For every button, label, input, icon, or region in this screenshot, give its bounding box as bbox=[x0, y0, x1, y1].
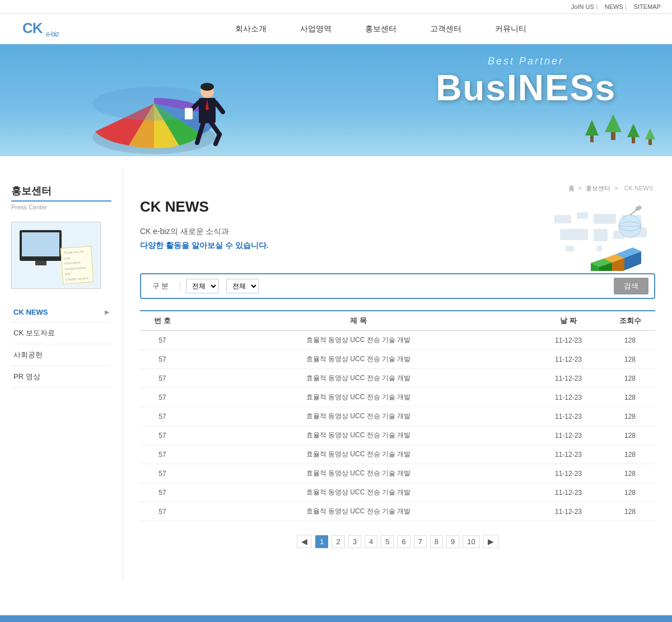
cell-date: 11-12-23 bbox=[532, 445, 605, 464]
nav-press[interactable]: 홍보센터 bbox=[365, 24, 396, 34]
search-button[interactable]: 검색 bbox=[614, 278, 648, 294]
table-row[interactable]: 57 효율적 동영상 UCC 전승 기술 개발 11-12-23 128 bbox=[140, 426, 655, 445]
sidebar-item-pr[interactable]: PR 영상 bbox=[11, 366, 111, 388]
svg-rect-6 bbox=[185, 108, 193, 119]
cell-views: 128 bbox=[605, 369, 655, 388]
cell-title: 효율적 동영상 UCC 전승 기술 개발 bbox=[185, 350, 532, 369]
news-table: 번 호 제 목 날 짜 조회수 57 효율적 동영상 UCC 전승 기술 개발 … bbox=[140, 310, 655, 521]
search-bar: 구 분 전체 공지 일반 전체 검색 bbox=[140, 273, 655, 299]
cell-views: 128 bbox=[605, 426, 655, 445]
table-row[interactable]: 57 효율적 동영상 UCC 전승 기술 개발 11-12-23 128 bbox=[140, 369, 655, 388]
search-input[interactable] bbox=[267, 280, 608, 293]
nav-company[interactable]: 회사소개 bbox=[235, 24, 267, 34]
table-row[interactable]: 57 효율적 동영상 UCC 전승 기술 개발 11-12-23 128 bbox=[140, 483, 655, 502]
svg-rect-19 bbox=[648, 139, 652, 145]
pagination-page-9[interactable]: 9 bbox=[446, 535, 459, 548]
search-select-1[interactable]: 전체 공지 일반 bbox=[186, 279, 218, 293]
svg-line-10 bbox=[216, 134, 220, 144]
pagination-prev[interactable]: ◀ bbox=[297, 535, 312, 548]
breadcrumb: 홈 > 홍보센터 > CK NEWS bbox=[140, 184, 655, 193]
sidebar-item-social[interactable]: 사회공헌 bbox=[11, 344, 111, 366]
hero-banner: Best Partner BusINESs bbox=[0, 44, 672, 156]
cell-views: 128 bbox=[605, 388, 655, 407]
pagination-page-3[interactable]: 3 bbox=[348, 535, 361, 548]
breadcrumb-home[interactable]: 홈 bbox=[568, 185, 575, 191]
table-row[interactable]: 57 효율적 동영상 UCC 전승 기술 개발 11-12-23 128 bbox=[140, 445, 655, 464]
svg-rect-30 bbox=[596, 246, 602, 251]
cell-no: 57 bbox=[140, 407, 185, 426]
table-row[interactable]: 57 효율적 동영상 UCC 전승 기술 개발 11-12-23 128 bbox=[140, 407, 655, 426]
top-bar: JoIN US | NEWS | SITEMAP bbox=[0, 0, 672, 14]
breadcrumb-sep1: > bbox=[578, 185, 582, 191]
cell-title: 효율적 동영상 UCC 전승 기술 개발 bbox=[185, 426, 532, 445]
sidebar-item-press[interactable]: CK 보도자료 bbox=[11, 322, 111, 344]
table-row[interactable]: 57 효율적 동영상 UCC 전승 기술 개발 11-12-23 128 bbox=[140, 388, 655, 407]
cell-title: 효율적 동영상 UCC 전승 기술 개발 bbox=[185, 445, 532, 464]
cell-views: 128 bbox=[605, 502, 655, 521]
cell-title: 효율적 동영상 UCC 전승 기술 개발 bbox=[185, 331, 532, 350]
sitemap-link[interactable]: SITEMAP bbox=[634, 3, 661, 10]
sidebar-subtitle: Press Center bbox=[11, 204, 111, 211]
search-select-2[interactable]: 전체 bbox=[226, 279, 259, 293]
svg-marker-12 bbox=[585, 120, 599, 135]
title-row: CK NEWS CK e-biz의 새로운 소식과 다양한 활동을 알아보실 수… bbox=[140, 198, 655, 273]
nav-business[interactable]: 사업영역 bbox=[300, 24, 332, 34]
pagination-next[interactable]: ▶ bbox=[483, 535, 498, 548]
table-row[interactable]: 57 효율적 동영상 UCC 전승 기술 개발 11-12-23 128 bbox=[140, 464, 655, 483]
svg-marker-18 bbox=[645, 128, 655, 139]
logo-ck: CK bbox=[22, 20, 43, 36]
cell-views: 128 bbox=[605, 464, 655, 483]
pagination-page-8[interactable]: 8 bbox=[430, 535, 443, 548]
trees-decoration bbox=[585, 114, 655, 151]
pagination-page-4[interactable]: 4 bbox=[365, 535, 377, 548]
table-row[interactable]: 57 효율적 동영상 UCC 전승 기술 개발 11-12-23 128 bbox=[140, 502, 655, 521]
sidebar-nav: CK NEWS ▶ CK 보도자료 사회공헌 PR 영상 bbox=[11, 302, 111, 388]
white-gap bbox=[0, 156, 672, 167]
nav-community[interactable]: 커뮤니티 bbox=[495, 24, 526, 34]
cell-title: 효율적 동영상 UCC 전승 기술 개발 bbox=[185, 388, 532, 407]
table-row[interactable]: 57 효율적 동영상 UCC 전승 기술 개발 11-12-23 128 bbox=[140, 350, 655, 369]
cell-views: 128 bbox=[605, 483, 655, 502]
logo: CK e-biz bbox=[22, 20, 112, 38]
cell-no: 57 bbox=[140, 502, 185, 521]
pagination-page-6[interactable]: 6 bbox=[397, 535, 410, 548]
pagination-page-2[interactable]: 2 bbox=[332, 535, 344, 548]
cell-views: 128 bbox=[605, 331, 655, 350]
cell-title: 효율적 동영상 UCC 전승 기술 개발 bbox=[185, 483, 532, 502]
person-figure bbox=[185, 81, 230, 156]
pagination-page-1[interactable]: 1 bbox=[315, 535, 328, 548]
main-content: 홈 > 홍보센터 > CK NEWS CK NEWS CK e-biz의 새로운… bbox=[123, 167, 672, 582]
svg-rect-23 bbox=[594, 214, 616, 224]
content-area: 홍보센터 Press Center Thank you for yourinfo… bbox=[0, 167, 672, 582]
svg-rect-21 bbox=[554, 215, 571, 223]
cell-date: 11-12-23 bbox=[532, 502, 605, 521]
cell-views: 128 bbox=[605, 350, 655, 369]
svg-rect-13 bbox=[590, 135, 594, 142]
sidebar-item-cknews[interactable]: CK NEWS ▶ bbox=[11, 302, 111, 322]
cell-no: 57 bbox=[140, 331, 185, 350]
cell-no: 57 bbox=[140, 369, 185, 388]
svg-marker-14 bbox=[605, 114, 622, 132]
page-subtitle: CK e-biz의 새로운 소식과 다양한 활동을 알아보실 수 있습니다. bbox=[140, 225, 268, 252]
logo-ebiz: e-biz bbox=[46, 30, 59, 38]
breadcrumb-sep2: > bbox=[614, 185, 618, 191]
cell-date: 11-12-23 bbox=[532, 369, 605, 388]
join-us-link[interactable]: JoIN US bbox=[571, 3, 594, 10]
cell-no: 57 bbox=[140, 426, 185, 445]
svg-rect-29 bbox=[566, 246, 574, 251]
cell-no: 57 bbox=[140, 445, 185, 464]
pagination-page-7[interactable]: 7 bbox=[414, 535, 427, 548]
svg-rect-17 bbox=[632, 137, 635, 143]
pagination-page-10[interactable]: 10 bbox=[463, 535, 479, 548]
breadcrumb-level1[interactable]: 홍보센터 bbox=[586, 185, 610, 191]
cell-no: 57 bbox=[140, 350, 185, 369]
news-link[interactable]: NEWS bbox=[605, 3, 623, 10]
sidebar-image: Thank you for yourinformativereorganizat… bbox=[11, 222, 101, 289]
table-row[interactable]: 57 효율적 동영상 UCC 전승 기술 개발 11-12-23 128 bbox=[140, 331, 655, 350]
pagination-page-5[interactable]: 5 bbox=[381, 535, 394, 548]
hero-tagline: Best Partner bbox=[436, 55, 616, 67]
cell-title: 효율적 동영상 UCC 전승 기술 개발 bbox=[185, 369, 532, 388]
svg-rect-15 bbox=[611, 132, 615, 140]
nav-customer[interactable]: 고객센터 bbox=[430, 24, 461, 34]
cell-title: 효율적 동영상 UCC 전승 기술 개발 bbox=[185, 502, 532, 521]
